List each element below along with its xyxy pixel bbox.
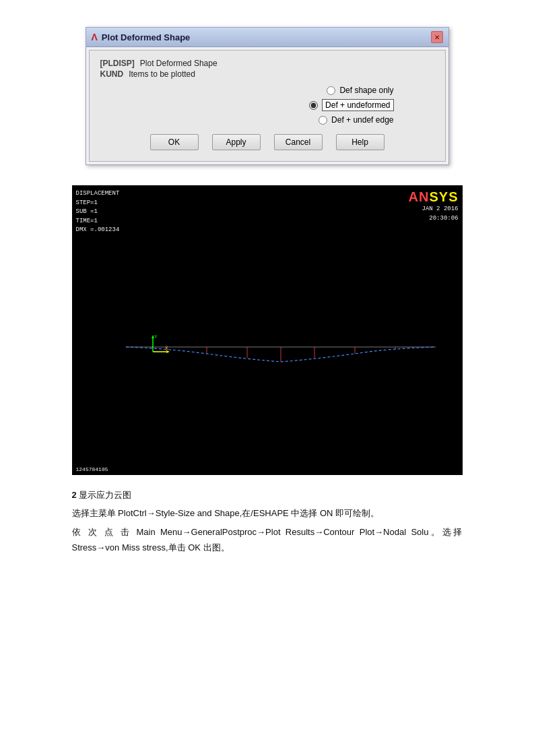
radio-def-shape-only[interactable] <box>327 86 335 95</box>
dialog-title-icon: Λ <box>92 32 98 42</box>
ansys-logo-area: ANSYS JAN 2 2016 20:30:06 <box>409 189 459 223</box>
ok-button[interactable]: OK <box>150 134 199 150</box>
ansys-info-displacement: DISPLACEMENT <box>76 189 120 199</box>
ansys-logo-an: AN <box>409 189 430 204</box>
info-row-2: KUND Items to be plotted <box>100 69 434 79</box>
ansys-date: JAN 2 2016 <box>409 205 459 214</box>
info-key-2: KUND <box>100 69 124 79</box>
radio-def-undef-edge[interactable] <box>319 116 327 125</box>
close-button[interactable]: ✕ <box>431 31 443 43</box>
option-def-shape-only[interactable]: Def shape only <box>327 86 393 95</box>
cancel-button[interactable]: Cancel <box>274 134 323 150</box>
text-section: 2 显示应力云图 选择主菜单 PlotCtrl→Style-Size and S… <box>72 487 463 556</box>
dialog-title: Plot Deformed Shape <box>102 32 190 42</box>
dialog-body: [PLDISP] Plot Deformed Shape KUND Items … <box>89 50 446 162</box>
section-number: 2 <box>72 490 77 500</box>
beam-svg <box>126 334 436 387</box>
options-section: Def shape only Def + undeformed Def + un… <box>100 86 434 125</box>
option-def-undef-edge[interactable]: Def + undef edge <box>319 115 393 125</box>
option-def-undeformed[interactable]: Def + undeformed <box>309 99 393 111</box>
ansys-logo: ANSYS <box>409 189 459 205</box>
paragraph-1: 选择主菜单 PlotCtrl→Style-Size and Shape,在/ES… <box>72 505 463 521</box>
apply-button[interactable]: Apply <box>212 134 261 150</box>
dialog-buttons: OK Apply Cancel Help <box>100 134 434 150</box>
beam-container <box>126 334 436 387</box>
radio-label-def-undeformed: Def + undeformed <box>322 99 393 111</box>
ansys-time: 20:30:06 <box>409 214 459 224</box>
ansys-info-sub: SUB =1 <box>76 208 120 217</box>
ansys-info-panel: DISPLACEMENT STEP=1 SUB =1 TIME=1 DMX =.… <box>76 189 120 235</box>
section-title-text: 显示应力云图 <box>79 490 131 500</box>
info-val-1: Plot Deformed Shape <box>140 59 218 68</box>
ansys-logo-sys: SYS <box>429 189 458 204</box>
ansys-viewport: DISPLACEMENT STEP=1 SUB =1 TIME=1 DMX =.… <box>72 185 463 475</box>
ansys-info-step: STEP=1 <box>76 199 120 208</box>
radio-def-undeformed[interactable] <box>309 101 318 110</box>
radio-label-def-shape-only: Def shape only <box>339 86 393 95</box>
help-button[interactable]: Help <box>336 134 385 150</box>
info-key-1: [PLDISP] <box>100 59 135 68</box>
radio-label-def-undef-edge: Def + undef edge <box>331 115 393 125</box>
info-val-2: Items to be plotted <box>129 69 195 79</box>
info-row-1: [PLDISP] Plot Deformed Shape <box>100 59 434 68</box>
ansys-info-time: TIME=1 <box>76 217 120 226</box>
section-heading: 2 显示应力云图 <box>72 487 463 503</box>
dialog-titlebar: Λ Plot Deformed Shape ✕ <box>86 28 448 47</box>
ansys-bottom-bar: 1245784105 <box>76 466 108 472</box>
plot-deformed-shape-dialog: Λ Plot Deformed Shape ✕ [PLDISP] Plot De… <box>86 27 449 165</box>
paragraph-2: 依 次 点 击 Main Menu→GeneralPostproc→Plot R… <box>72 524 463 556</box>
ansys-info-dmx: DMX =.001234 <box>76 226 120 235</box>
